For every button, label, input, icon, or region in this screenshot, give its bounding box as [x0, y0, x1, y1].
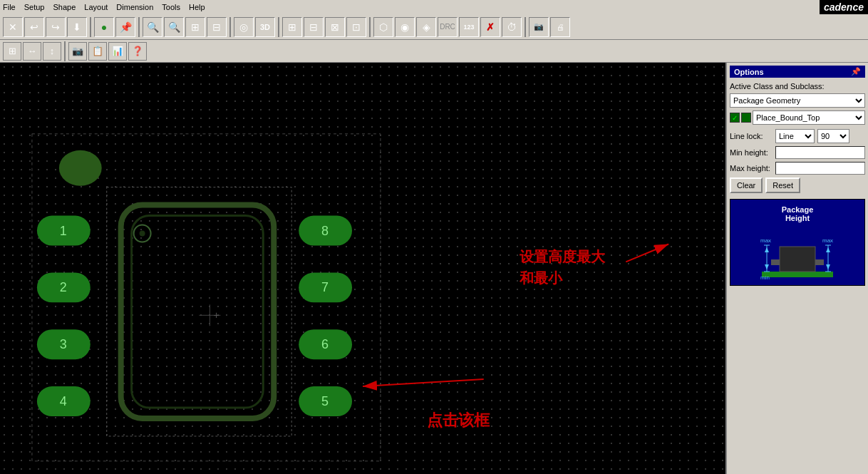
tb2-sep-1: [64, 41, 66, 61]
tb-cam-btn[interactable]: 📷: [529, 17, 549, 37]
svg-text:+: +: [213, 309, 219, 321]
svg-text:1: 1: [60, 224, 67, 238]
line-lock-angle-dropdown[interactable]: 90 45 Any: [817, 129, 849, 143]
max-height-input[interactable]: 1.8: [775, 162, 865, 175]
svg-text:和最小: 和最小: [519, 270, 563, 286]
class-dropdown[interactable]: Package Geometry Board Geometry Componen…: [730, 93, 865, 108]
menu-bar: File Setup Shape Layout Dimension Tools …: [0, 0, 868, 14]
max-height-row: Max height: 1.8: [730, 162, 865, 175]
svg-text:设置高度最大: 设置高度最大: [520, 249, 606, 264]
svg-text:5: 5: [321, 394, 329, 408]
tb2-grid-btn[interactable]: ⊞: [3, 42, 21, 61]
main-area: 1 2 3 4 8 7 6 5: [0, 63, 868, 474]
tb2-cam-btn[interactable]: 📷: [68, 42, 87, 61]
svg-text:2: 2: [60, 280, 67, 294]
tb-x-btn[interactable]: ✗: [480, 17, 500, 37]
tb-grid2-btn[interactable]: ⊟: [304, 17, 324, 37]
tb-zoom-select-btn[interactable]: ⊟: [207, 17, 227, 37]
menu-tools[interactable]: Tools: [162, 3, 180, 11]
subclass-dropdown[interactable]: Place_Bound_Top Assembly_Top Silkscreen_…: [753, 110, 865, 125]
tb-pin-btn[interactable]: 📌: [115, 17, 135, 37]
svg-marker-47: [765, 247, 769, 252]
tb-sep-4: [278, 17, 279, 37]
tb-route-btn[interactable]: ⬡: [373, 17, 393, 37]
svg-line-31: [626, 244, 668, 262]
toolbar-2: ⊞ ↔ ↕ 📷 📋 📊 ❓: [0, 40, 868, 63]
tb-123-btn[interactable]: 123: [459, 17, 479, 37]
line-lock-row: Line lock: Line Arc Tangent 90 45 Any: [730, 129, 865, 143]
line-lock-label: Line lock:: [730, 132, 773, 140]
svg-point-22: [59, 150, 102, 186]
tb-undo-btn[interactable]: ↩: [24, 17, 44, 37]
tb-redo-btn[interactable]: ↪: [46, 17, 66, 37]
tb2-v-btn[interactable]: ↕: [43, 42, 61, 61]
tb-drc-btn[interactable]: DRC: [438, 17, 458, 37]
svg-text:max: max: [822, 237, 833, 244]
panel-pin-icon[interactable]: 📌: [851, 67, 861, 76]
pcb-canvas[interactable]: 1 2 3 4 8 7 6 5: [0, 63, 725, 473]
svg-text:min: min: [760, 274, 770, 281]
svg-rect-2: [121, 205, 274, 418]
active-class-label: Active Class and Subclass:: [730, 82, 865, 91]
tb-fanout-btn[interactable]: ◈: [416, 17, 436, 37]
toolbar-1: ✕ ↩ ↪ ⬇ ● 📌 🔍 🔍 ⊞ ⊟ ◎ 3D ⊞ ⊟ ⊠ ⊡ ⬡ ◉ ◈ D…: [0, 14, 868, 40]
panel-header: Options 📌: [730, 66, 865, 78]
svg-rect-36: [815, 259, 824, 265]
tb2-clipboard-btn[interactable]: 📋: [88, 42, 107, 61]
min-height-row: Min height: 0.1: [730, 146, 865, 159]
clear-reset-row: Clear Reset: [730, 177, 865, 193]
tb-close-btn[interactable]: ✕: [3, 17, 23, 37]
app-title: cadence: [820, 0, 868, 14]
tb-zoom-in-btn[interactable]: 🔍: [143, 17, 162, 37]
height-diagram-svg: max min max: [758, 225, 837, 282]
tb-print-btn[interactable]: 🖨: [550, 17, 570, 37]
subclass-row: ✓ Place_Bound_Top Assembly_Top Silkscree…: [730, 110, 865, 125]
tb-zoom-fit-btn[interactable]: ⊞: [185, 17, 205, 37]
tb-via-btn[interactable]: ◉: [395, 17, 415, 37]
tb-sep-3: [229, 17, 231, 37]
reset-button[interactable]: Reset: [765, 177, 800, 193]
svg-marker-48: [826, 264, 830, 269]
tb-sep-1: [90, 17, 91, 37]
max-height-label: Max height:: [730, 164, 773, 172]
tb-zoom-out-btn[interactable]: 🔍: [164, 17, 184, 37]
tb-save-btn[interactable]: ●: [94, 17, 114, 37]
panel-title: Options: [734, 68, 764, 76]
menu-shape[interactable]: Shape: [53, 3, 76, 11]
menu-help[interactable]: Help: [189, 3, 205, 11]
svg-text:4: 4: [60, 394, 67, 408]
tb2-chart-btn[interactable]: 📊: [108, 42, 127, 61]
svg-text:8: 8: [321, 224, 329, 238]
options-panel: Options 📌 Active Class and Subclass: Pac…: [725, 63, 868, 474]
svg-point-5: [140, 231, 145, 237]
svg-rect-34: [780, 247, 815, 272]
menu-setup[interactable]: Setup: [24, 3, 45, 11]
svg-text:3: 3: [60, 337, 67, 351]
tb-grid-btn[interactable]: ⊞: [282, 17, 302, 37]
menu-file[interactable]: File: [3, 3, 16, 11]
min-height-input[interactable]: 0.1: [775, 146, 865, 159]
svg-marker-46: [765, 264, 769, 269]
tb-rotate-btn[interactable]: ◎: [234, 17, 254, 37]
tb-down-btn[interactable]: ⬇: [67, 17, 87, 37]
tb-sep-2: [138, 17, 140, 37]
tb2-help-btn[interactable]: ❓: [128, 42, 147, 61]
svg-text:点击该框: 点击该框: [427, 411, 490, 429]
tb-grid3-btn[interactable]: ⊠: [325, 17, 345, 37]
tb-grid4-btn[interactable]: ⊡: [346, 17, 366, 37]
subclass-visibility-checkbox[interactable]: ✓: [730, 113, 740, 123]
pkg-height-title: Package Height: [735, 205, 860, 222]
tb-sep-6: [525, 17, 526, 37]
tb2-h-btn[interactable]: ↔: [23, 42, 41, 61]
menu-dimension[interactable]: Dimension: [116, 3, 153, 11]
tb-3d-btn[interactable]: 3D: [255, 17, 275, 37]
clear-button[interactable]: Clear: [730, 177, 763, 193]
canvas-area[interactable]: 1 2 3 4 8 7 6 5: [0, 63, 725, 474]
subclass-color-swatch[interactable]: [741, 113, 751, 123]
svg-rect-33: [762, 272, 833, 277]
line-lock-type-dropdown[interactable]: Line Arc Tangent: [775, 129, 815, 143]
min-height-label: Min height:: [730, 148, 773, 157]
svg-rect-35: [771, 259, 780, 265]
tb-clock-btn[interactable]: ⏱: [502, 17, 522, 37]
menu-layout[interactable]: Layout: [84, 3, 108, 11]
